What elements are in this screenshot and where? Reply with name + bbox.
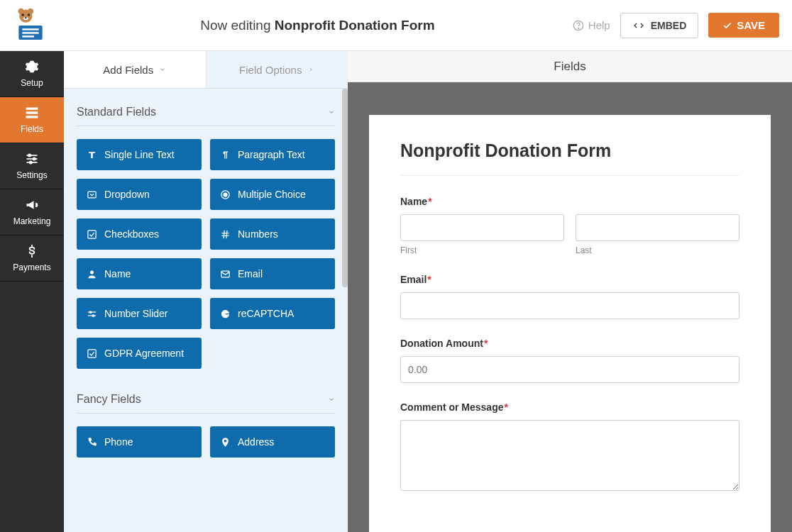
tab-field-options[interactable]: Field Options [207,51,348,88]
preview-stage: Nonprofit Donation Form Name* First Last [348,82,792,532]
hash-icon [220,229,231,240]
field-label: Number Slider [104,308,167,319]
field-recaptcha[interactable]: reCAPTCHA [210,298,335,329]
sidebar-item-label: Setup [21,78,43,88]
fields-panel: Add Fields Field Options Standard Fields… [64,51,348,532]
donation-label: Donation Amount [400,338,483,349]
embed-button[interactable]: EMBED [620,13,699,38]
field-gdpr-agreement[interactable]: GDPR Agreement [77,338,202,369]
chevron-down-icon [159,66,166,73]
gear-icon [24,60,40,74]
group-standard-fields[interactable]: Standard Fields [77,106,335,126]
form-name: Nonprofit Donation Form [275,18,435,33]
tab-add-fields[interactable]: Add Fields [64,51,207,88]
form-title: Nonprofit Donation Form [400,140,739,161]
google-icon [220,309,231,319]
field-label: GDPR Agreement [104,348,184,359]
dropdown-icon [87,189,97,200]
first-sublabel: First [400,245,564,255]
scrollbar[interactable] [341,89,348,532]
last-name-input[interactable] [576,214,739,241]
sidebar: Setup Fields Settings Marketing Payments [0,51,64,532]
bullhorn-icon [24,198,40,212]
sidebar-item-payments[interactable]: Payments [0,235,64,282]
svg-rect-13 [26,108,38,110]
svg-line-28 [224,230,224,238]
sidebar-item-label: Payments [13,262,50,272]
field-name[interactable]: Name [77,258,202,289]
svg-point-20 [33,157,35,160]
field-email-preview[interactable]: Email* [400,274,739,319]
svg-rect-10 [22,35,34,38]
radio-icon [220,189,231,200]
svg-rect-9 [22,32,38,34]
svg-point-3 [21,13,24,16]
field-checkboxes[interactable]: Checkboxes [77,218,202,250]
pin-icon [220,437,231,448]
mail-icon [220,269,231,279]
help-label: Help [588,19,610,31]
field-email[interactable]: Email [210,258,335,289]
divider [400,175,739,176]
sidebar-item-label: Fields [21,124,43,134]
field-label: Email [238,268,263,279]
check-icon [722,21,732,31]
sidebar-item-fields[interactable]: Fields [0,97,64,143]
field-numbers[interactable]: Numbers [210,218,335,250]
sidebar-item-marketing[interactable]: Marketing [0,189,64,235]
field-label: Phone [104,436,133,448]
svg-rect-8 [22,28,38,31]
chevron-right-icon [307,66,314,73]
field-label: Dropdown [104,189,150,200]
field-multiple-choice[interactable]: Multiple Choice [210,179,335,210]
editing-prefix: Now editing [200,18,270,33]
dollar-icon [24,244,40,258]
list-icon [24,106,40,120]
group-label: Fancy Fields [77,393,141,406]
embed-label: EMBED [651,20,687,31]
field-label: Numbers [238,228,278,240]
sidebar-item-label: Settings [16,170,47,180]
chevron-down-icon [328,109,335,116]
svg-point-12 [578,28,578,28]
sidebar-item-label: Marketing [13,216,51,226]
email-label: Email [400,274,427,285]
sidebar-item-setup[interactable]: Setup [0,51,64,97]
form-preview[interactable]: Nonprofit Donation Form Name* First Last [369,115,771,532]
field-label: Single Line Text [104,149,175,160]
field-address[interactable]: Address [210,426,335,458]
preview-header: Fields [348,51,792,82]
comment-textarea[interactable] [400,420,739,491]
field-donation-preview[interactable]: Donation Amount* [400,338,739,383]
chevron-down-icon [328,396,335,403]
first-name-input[interactable] [400,214,564,241]
field-comment-preview[interactable]: Comment or Message* [400,401,739,494]
svg-rect-15 [26,116,38,118]
field-phone[interactable]: Phone [77,426,202,458]
field-single-line-text[interactable]: Single Line Text [77,139,202,170]
field-dropdown[interactable]: Dropdown [77,179,202,210]
field-name-preview[interactable]: Name* First Last [400,196,739,255]
slider-icon [87,309,97,319]
svg-point-4 [28,13,31,16]
field-number-slider[interactable]: Number Slider [77,298,202,329]
email-input[interactable] [400,292,739,319]
last-sublabel: Last [576,245,739,255]
field-label: Multiple Choice [238,189,306,200]
sidebar-item-settings[interactable]: Settings [0,143,64,189]
required-mark: * [428,196,431,207]
group-fancy-fields[interactable]: Fancy Fields [77,393,335,414]
save-button[interactable]: SAVE [708,13,779,38]
donation-input[interactable] [400,356,739,383]
svg-point-6 [25,17,26,18]
svg-point-35 [92,314,94,316]
svg-point-19 [28,154,31,156]
help-link[interactable]: Help [573,19,610,31]
sliders-icon [24,152,40,166]
field-label: Paragraph Text [238,149,305,160]
field-paragraph-text[interactable]: Paragraph Text [210,139,335,170]
svg-rect-14 [26,111,38,113]
tab-label: Field Options [239,64,302,76]
svg-point-21 [30,161,32,163]
tab-label: Add Fields [103,64,153,76]
